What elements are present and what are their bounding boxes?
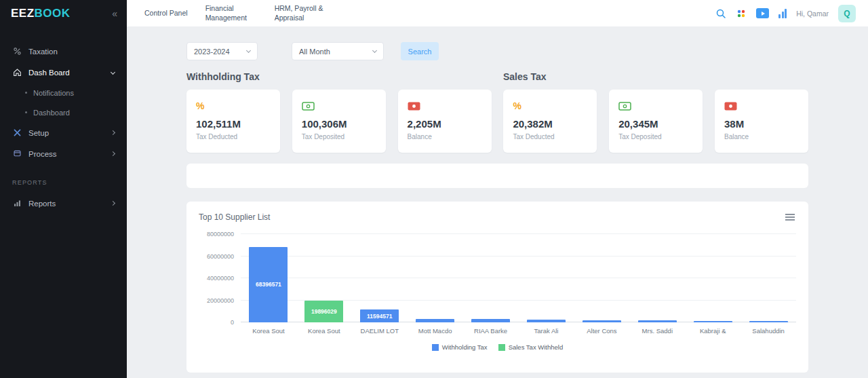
- chart-bar[interactable]: [416, 319, 454, 322]
- app-root: EEZBOOK « Taxation Dash Board Notificati…: [0, 0, 868, 378]
- stat-value: 20,345M: [618, 118, 693, 130]
- sidebar-nav: Taxation Dash Board Notifications Dashbo…: [0, 27, 127, 214]
- year-dropdown[interactable]: 2023-2024: [186, 42, 258, 60]
- logo-row: EEZBOOK «: [0, 0, 127, 27]
- chart-legend: Withholding TaxSales Tax Withheld: [199, 343, 796, 351]
- sidebar: EEZBOOK « Taxation Dash Board Notificati…: [0, 0, 127, 378]
- sidebar-item-label: Reports: [28, 200, 56, 208]
- search-icon[interactable]: [715, 8, 726, 19]
- chart-y-axis: 020000000400000006000000080000000: [199, 234, 241, 322]
- stat-label: Tax Deposited: [618, 133, 693, 140]
- setup-icon: [12, 128, 22, 137]
- logo-text-primary: EEZ: [11, 7, 35, 20]
- stat-cards-row: % 102,511M Tax Deducted 100,306M Tax Dep…: [186, 90, 808, 153]
- chart-x-axis: Korea SoutKorea SoutDAELIM LOTMott Macdo…: [241, 327, 796, 335]
- sidebar-item-process[interactable]: Process: [0, 143, 127, 164]
- chart-bar[interactable]: 11594571: [360, 309, 399, 322]
- legend-label: Withholding Tax: [442, 343, 488, 351]
- legend-item[interactable]: Withholding Tax: [432, 343, 488, 351]
- user-greeting: Hi, Qamar: [796, 10, 829, 18]
- stats-icon[interactable]: [778, 9, 787, 18]
- sidebar-item-dashboard[interactable]: Dash Board: [0, 62, 127, 83]
- x-axis-category-label: Mrs. Saddi: [629, 327, 685, 335]
- sidebar-item-taxation[interactable]: Taxation: [0, 41, 127, 62]
- y-axis-tick-label: 60000000: [207, 253, 234, 260]
- bullet-icon: [25, 92, 27, 94]
- nav-link-financial-management[interactable]: Financial Management: [205, 4, 257, 22]
- home-icon: [12, 68, 22, 77]
- filter-row: 2023-2024 All Month Search: [186, 42, 808, 60]
- chart-area: 020000000400000006000000080000000 683965…: [199, 234, 796, 335]
- banknote-icon: [302, 99, 376, 113]
- reports-icon: [12, 199, 22, 208]
- sidebar-item-reports[interactable]: Reports: [0, 193, 127, 214]
- stat-label: Tax Deposited: [302, 133, 376, 140]
- bar-slot: 19896029: [296, 234, 352, 322]
- chart-bar[interactable]: [583, 320, 621, 322]
- stat-card-balance-sales: 38M Balance: [715, 90, 808, 153]
- x-axis-category-label: Alter Cons: [574, 327, 629, 335]
- chevron-right-icon: [111, 151, 115, 156]
- chart-plot: 683965711989602911594571: [241, 234, 796, 322]
- apps-icon[interactable]: [736, 8, 747, 19]
- bar-slot: [629, 234, 685, 322]
- bar-slot: 11594571: [352, 234, 408, 322]
- sidebar-subitem-notifications[interactable]: Notifications: [0, 83, 127, 102]
- stat-card-balance-wht: 2,205M Balance: [398, 90, 492, 153]
- stat-label: Tax Deducted: [196, 133, 271, 140]
- month-dropdown[interactable]: All Month: [292, 42, 384, 60]
- y-axis-tick-label: 40000000: [207, 275, 234, 282]
- stat-value: 2,205M: [408, 118, 482, 130]
- chart-bar[interactable]: [694, 321, 732, 322]
- sidebar-subitem-dashboard[interactable]: Dashboard: [0, 102, 127, 122]
- avatar[interactable]: Q: [838, 5, 856, 22]
- chart-title: Top 10 Supplier List: [199, 212, 270, 222]
- chart-bar[interactable]: 19896029: [304, 301, 343, 322]
- nav-links: Control Panel Financial Management HRM, …: [144, 4, 332, 22]
- supplier-chart-card: Top 10 Supplier List 0200000004000000060…: [186, 202, 808, 373]
- x-axis-category-label: Korea Sout: [296, 327, 352, 335]
- chart-bar[interactable]: [638, 320, 677, 322]
- month-dropdown-value: All Month: [299, 48, 330, 56]
- chevron-right-icon: [111, 201, 115, 206]
- process-icon: [12, 149, 22, 158]
- video-icon[interactable]: [756, 8, 769, 18]
- x-axis-category-label: RIAA Barke: [463, 327, 519, 335]
- chart-menu-icon[interactable]: [784, 212, 796, 222]
- chart-bar[interactable]: [749, 321, 788, 322]
- sidebar-collapse-icon[interactable]: «: [112, 8, 117, 19]
- chevron-down-icon: [111, 70, 115, 75]
- bar-slot: 68396571: [241, 234, 296, 322]
- empty-panel: [186, 164, 808, 188]
- stat-label: Tax Deducted: [513, 133, 587, 140]
- sidebar-section-label: REPORTS: [0, 164, 127, 193]
- x-axis-spacer: [199, 322, 241, 335]
- search-button[interactable]: Search: [401, 42, 439, 60]
- bar-slot: [463, 234, 519, 322]
- nav-link-control-panel[interactable]: Control Panel: [144, 9, 188, 18]
- x-axis-category-label: Kabraji &: [685, 327, 741, 335]
- stat-card-tax-deducted-sales: % 20,382M Tax Deducted: [503, 90, 597, 153]
- stat-value: 20,382M: [513, 118, 587, 130]
- x-axis-category-label: Tarak Ali: [519, 327, 574, 335]
- stat-value: 102,511M: [196, 118, 271, 130]
- legend-item[interactable]: Sales Tax Withheld: [498, 343, 564, 351]
- legend-label: Sales Tax Withheld: [509, 343, 564, 351]
- bar-slot: [408, 234, 463, 322]
- nav-link-hrm-payroll[interactable]: HRM, Payroll & Appraisal: [275, 4, 332, 22]
- chart-bar[interactable]: 68396571: [249, 247, 288, 322]
- percent-icon: %: [196, 99, 271, 113]
- x-axis-category-label: DAELIM LOT: [352, 327, 408, 335]
- chart-bar[interactable]: [527, 320, 566, 322]
- bar-slot: [519, 234, 574, 322]
- sales-tax-title: Sales Tax: [503, 71, 547, 82]
- logo-text-secondary: BOOK: [35, 7, 71, 20]
- chart-bar[interactable]: [471, 319, 510, 322]
- bar-value-label: 19896029: [304, 308, 343, 315]
- percent-icon: %: [513, 99, 587, 113]
- x-axis-category-label: Korea Sout: [241, 327, 296, 335]
- legend-swatch: [498, 344, 505, 351]
- sidebar-subitem-label: Notifications: [33, 89, 74, 97]
- sidebar-item-setup[interactable]: Setup: [0, 122, 127, 143]
- stat-label: Balance: [724, 133, 799, 140]
